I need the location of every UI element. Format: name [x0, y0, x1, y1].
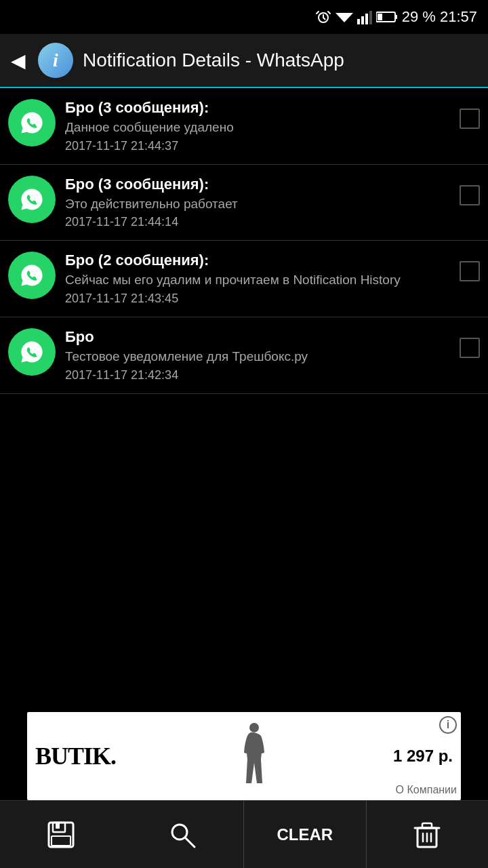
- whatsapp-app-icon: [8, 99, 56, 146]
- status-bar: 29 % 21:57: [0, 0, 488, 34]
- app-icon: i: [38, 43, 73, 78]
- ad-figure: [123, 722, 386, 790]
- whatsapp-app-icon: [8, 328, 56, 376]
- notification-title: Бро (3 сообщения):: [65, 176, 450, 193]
- whatsapp-app-icon: [8, 176, 56, 223]
- battery-percent: 29 %: [402, 8, 436, 26]
- back-icon[interactable]: ◀: [11, 50, 26, 72]
- ad-price: 1 297 р.: [393, 747, 453, 766]
- ad-logo-text: BUTIK.: [35, 742, 116, 770]
- title-bar: ◀ i Notification Details - WhatsApp: [0, 34, 488, 88]
- svg-rect-7: [395, 15, 397, 19]
- bottom-bar: CLEAR: [0, 800, 488, 868]
- search-button[interactable]: [122, 801, 244, 868]
- ad-company-label[interactable]: О Компании: [396, 784, 457, 796]
- notification-body: Это действительно работает: [65, 196, 450, 213]
- notification-title: Бро (3 сообщения):: [65, 99, 450, 117]
- notification-time: 2017-11-17 21:44:14: [65, 215, 450, 229]
- svg-rect-4: [365, 14, 368, 24]
- notification-title: Бро (2 сообщения):: [65, 252, 450, 269]
- signal-icon: [357, 9, 372, 24]
- notification-item[interactable]: Бро (2 сообщения): Сейчас мы его удалим …: [0, 241, 488, 317]
- svg-rect-2: [357, 19, 360, 24]
- page-title: Notification Details - WhatsApp: [83, 50, 344, 71]
- trash-icon: [412, 820, 442, 850]
- notification-content: Бро (3 сообщения): Это действительно раб…: [65, 176, 450, 230]
- notification-time: 2017-11-17 21:44:37: [65, 139, 450, 153]
- save-icon: [46, 820, 76, 850]
- delete-button[interactable]: [367, 801, 489, 868]
- svg-marker-1: [336, 13, 353, 22]
- ad-info-icon[interactable]: i: [439, 716, 457, 734]
- notification-checkbox[interactable]: [460, 185, 480, 205]
- notification-time: 2017-11-17 21:42:34: [65, 368, 450, 382]
- clear-button[interactable]: CLEAR: [243, 801, 367, 868]
- notification-content: Бро (3 сообщения): Данное сообщение удал…: [65, 99, 450, 153]
- svg-point-13: [249, 723, 259, 732]
- svg-line-19: [185, 837, 195, 847]
- search-icon: [167, 820, 197, 850]
- status-icons: 29 % 21:57: [315, 8, 477, 26]
- save-button[interactable]: [0, 801, 122, 868]
- svg-rect-8: [378, 14, 382, 20]
- notification-time: 2017-11-17 21:43:45: [65, 292, 450, 306]
- battery-icon: [376, 11, 398, 23]
- person-silhouette: [241, 722, 268, 790]
- svg-rect-16: [56, 823, 60, 829]
- clear-label: CLEAR: [277, 825, 333, 844]
- clock-time: 21:57: [440, 8, 477, 26]
- alarm-icon: [315, 9, 331, 25]
- notification-body: Данное сообщение удалено: [65, 119, 450, 136]
- notification-list: Бро (3 сообщения): Данное сообщение удал…: [0, 88, 488, 394]
- svg-rect-3: [361, 16, 364, 24]
- notification-content: Бро Тестовое уведомление для Трешбокс.ру…: [65, 328, 450, 382]
- svg-rect-5: [369, 11, 372, 24]
- notification-checkbox[interactable]: [460, 261, 480, 281]
- wifi-icon: [336, 9, 353, 25]
- whatsapp-app-icon: [8, 252, 56, 299]
- notification-item[interactable]: Бро (3 сообщения): Данное сообщение удал…: [0, 88, 488, 165]
- svg-rect-22: [422, 823, 432, 828]
- svg-rect-17: [52, 836, 70, 846]
- notification-checkbox[interactable]: [460, 108, 480, 129]
- notification-checkbox[interactable]: [460, 338, 480, 358]
- notification-body: Сейчас мы его удалим и прочитаем в Notif…: [65, 272, 450, 289]
- notification-title: Бро: [65, 328, 450, 346]
- ad-banner[interactable]: BUTIK. 1 297 р. i О Компании: [27, 712, 461, 800]
- notification-item[interactable]: Бро (3 сообщения): Это действительно раб…: [0, 165, 488, 241]
- notification-body: Тестовое уведомление для Трешбокс.ру: [65, 349, 450, 366]
- notification-content: Бро (2 сообщения): Сейчас мы его удалим …: [65, 252, 450, 306]
- notification-item[interactable]: Бро Тестовое уведомление для Трешбокс.ру…: [0, 317, 488, 394]
